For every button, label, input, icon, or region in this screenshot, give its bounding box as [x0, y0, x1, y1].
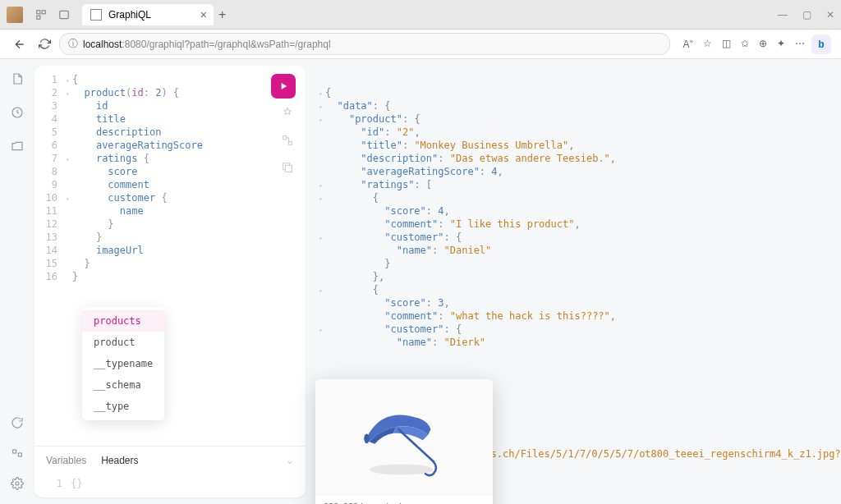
split-screen-icon[interactable]: ◫	[722, 38, 731, 50]
headers-tab[interactable]: Headers	[101, 455, 138, 466]
favorite-icon[interactable]: ☆	[703, 38, 712, 50]
merge-icon[interactable]	[281, 134, 294, 149]
browser-urlbar: ⓘ localhost :8080/graphiql?path=/graphql…	[0, 30, 841, 59]
back-button[interactable]	[10, 34, 30, 54]
extensions-icon[interactable]: ✦	[777, 38, 785, 50]
svg-point-6	[16, 482, 19, 485]
query-editor[interactable]: 1▾{2▾ product(id: 2) {3 id4 title5 descr…	[34, 66, 306, 446]
svg-point-10	[370, 465, 434, 475]
preview-caption: 300x200 image/webp	[315, 496, 493, 504]
address-bar[interactable]: ⓘ localhost :8080/graphiql?path=/graphql…	[59, 33, 670, 55]
close-window-icon[interactable]: ✕	[826, 9, 834, 21]
svg-point-11	[364, 433, 370, 443]
refetch-icon[interactable]	[11, 416, 24, 432]
workspaces-icon[interactable]	[34, 8, 48, 21]
maximize-icon[interactable]: ▢	[802, 9, 811, 21]
svg-rect-3	[60, 11, 69, 18]
tab-favicon	[90, 9, 102, 21]
tab-title: GraphiQL	[108, 9, 151, 21]
settings-icon[interactable]	[11, 477, 24, 493]
url-path: :8080/graphiql?path=/graphql&wsPath=/gra…	[122, 39, 330, 50]
prettify-icon[interactable]	[281, 107, 294, 122]
graphiql-app: 1▾{2▾ product(id: 2) {3 id4 title5 descr…	[0, 59, 841, 504]
autocomplete-popup: productsproduct__typename__schema__type	[82, 307, 164, 420]
docs-icon[interactable]	[11, 72, 24, 88]
browser-toolbar-icons: A» ☆ ◫ ✩ ⊕ ✦ ⋯	[683, 38, 805, 50]
image-preview-popup: 300x200 image/webp	[315, 379, 493, 504]
bing-button[interactable]: b	[811, 34, 831, 54]
site-info-icon[interactable]: ⓘ	[68, 37, 78, 51]
collections-icon[interactable]: ⊕	[759, 38, 767, 50]
profile-avatar[interactable]	[7, 7, 23, 23]
favorites-bar-icon[interactable]: ✩	[741, 38, 749, 50]
editor-toolbar	[281, 107, 294, 176]
history-icon[interactable]	[11, 106, 24, 121]
svg-rect-5	[18, 453, 21, 456]
window-controls: — ▢ ✕	[778, 9, 834, 21]
browser-titlebar: GraphiQL × + — ▢ ✕	[0, 0, 841, 30]
autocomplete-item[interactable]: product	[82, 332, 164, 353]
svg-rect-1	[42, 10, 45, 13]
execute-button[interactable]	[271, 74, 296, 99]
autocomplete-item[interactable]: __type	[82, 396, 164, 417]
svg-rect-9	[285, 165, 292, 172]
preview-image	[315, 379, 493, 496]
browser-tab[interactable]: GraphiQL ×	[82, 4, 214, 25]
query-editor-panel: 1▾{2▾ product(id: 2) {3 id4 title5 descr…	[34, 66, 306, 497]
close-icon[interactable]: ×	[200, 8, 207, 21]
minimize-icon[interactable]: —	[778, 9, 788, 21]
explorer-icon[interactable]	[11, 140, 24, 155]
svg-rect-4	[13, 450, 16, 453]
chevron-down-icon[interactable]: ⌄	[286, 455, 294, 466]
headers-editor[interactable]: 1{}	[34, 474, 306, 497]
tab-actions-icon[interactable]	[57, 8, 71, 21]
svg-rect-8	[288, 141, 292, 144]
svg-rect-2	[37, 16, 40, 19]
svg-rect-7	[283, 136, 287, 140]
autocomplete-item[interactable]: __schema	[82, 374, 164, 396]
copy-icon[interactable]	[281, 161, 294, 176]
refresh-button[interactable]	[34, 34, 54, 54]
shortcut-icon[interactable]	[11, 447, 24, 462]
graphiql-sidebar	[0, 59, 34, 504]
variables-tab[interactable]: Variables	[46, 455, 86, 466]
new-tab-button[interactable]: +	[218, 7, 226, 22]
read-aloud-icon[interactable]: A»	[683, 38, 693, 50]
autocomplete-item[interactable]: __typename	[82, 353, 164, 374]
svg-rect-0	[37, 10, 40, 13]
url-host: localhost	[83, 39, 122, 50]
menu-icon[interactable]: ⋯	[795, 38, 805, 50]
editor-footer-tabs: Variables Headers ⌄	[34, 446, 306, 474]
autocomplete-item[interactable]: products	[82, 310, 164, 332]
